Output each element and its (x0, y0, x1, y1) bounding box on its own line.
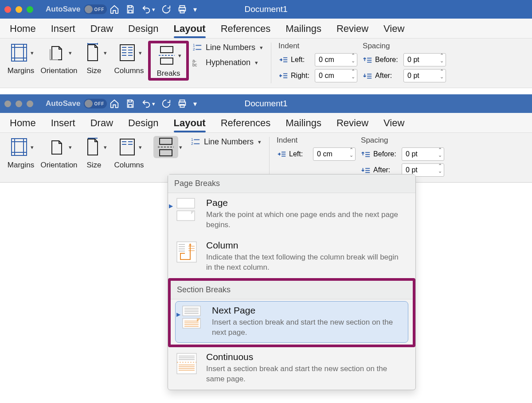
close-window-button[interactable] (4, 101, 11, 107)
svg-text:1: 1 (191, 138, 193, 142)
columns-button[interactable]: ▾ Columns (110, 135, 148, 170)
spacing-before-input[interactable]: 0 pt (402, 147, 444, 161)
svg-text:2: 2 (193, 47, 195, 51)
section-breaks-highlight: Section Breaks ▶ Next Page Insert a sect… (168, 278, 415, 347)
breaks-highlight: ▾ Breaks (148, 41, 189, 81)
tab-review[interactable]: Review (336, 23, 368, 37)
tab-design[interactable]: Design (128, 117, 158, 132)
svg-rect-56 (160, 150, 172, 156)
minimize-window-button[interactable] (16, 6, 22, 13)
indent-left-input[interactable]: 0 cm (313, 147, 356, 161)
tab-layout[interactable]: Layout (174, 117, 206, 132)
tab-references[interactable]: References (221, 117, 271, 132)
print-icon[interactable] (177, 99, 187, 108)
svg-rect-81 (183, 306, 200, 316)
break-next-page-item[interactable]: ▶ Next Page Insert a section break and s… (175, 301, 408, 343)
margins-button[interactable]: ▾ Margins (2, 41, 40, 75)
autosave-toggle[interactable]: AutoSave OFF (46, 99, 107, 108)
svg-rect-55 (160, 138, 172, 144)
spacing-group: Spacing Before: 0 pt After: 0 pt (358, 135, 447, 179)
section-breaks-header: Section Breaks (171, 281, 413, 299)
tab-view[interactable]: View (383, 23, 404, 37)
breaks-button-pressed[interactable]: ▾ (148, 135, 187, 158)
play-indicator-icon: ▶ (169, 203, 173, 209)
svg-rect-3 (12, 44, 27, 61)
indent-left-input[interactable]: 0 cm (315, 53, 357, 66)
maximize-window-button[interactable] (27, 6, 33, 13)
size-button[interactable]: ▾ Size (78, 135, 110, 170)
autosave-label: AutoSave (46, 5, 80, 14)
tab-home[interactable]: Home (10, 117, 36, 132)
margins-button[interactable]: ▾ Margins (2, 135, 40, 170)
print-icon[interactable] (177, 4, 187, 14)
customize-toolbar-icon[interactable]: ▾ (193, 100, 197, 108)
size-button[interactable]: ▾ Size (78, 41, 110, 75)
tab-layout[interactable]: Layout (174, 23, 206, 37)
indent-group: Indent Left: 0 cm (274, 135, 358, 179)
tab-mailings[interactable]: Mailings (286, 23, 321, 37)
svg-rect-91 (177, 353, 196, 374)
spacing-after-input[interactable]: 0 pt (403, 69, 446, 82)
breaks-dropdown: Page Breaks ▶ Page Mark the point at whi… (168, 174, 416, 390)
title-bar-inactive: AutoSave OFF ▾ ▾ Document1 (0, 94, 532, 113)
close-window-button[interactable] (4, 6, 11, 13)
minimize-window-button[interactable] (16, 101, 22, 107)
breaks-button[interactable]: ▾ Breaks (151, 43, 186, 78)
indent-right-input[interactable]: 0 cm (315, 69, 357, 82)
window-bottom: AutoSave OFF ▾ ▾ Document1 Home Insert D… (0, 94, 532, 400)
svg-text:1: 1 (193, 43, 195, 47)
tab-references[interactable]: References (221, 23, 271, 37)
spacing-group: Spacing Before: 0 pt After: 0 pt (360, 41, 449, 85)
redo-icon[interactable] (161, 99, 171, 108)
next-page-break-icon (180, 305, 205, 331)
traffic-lights (4, 6, 33, 13)
save-icon[interactable] (125, 4, 135, 14)
tab-mailings[interactable]: Mailings (286, 117, 321, 132)
tab-insert[interactable]: Insert (51, 23, 75, 37)
undo-icon[interactable]: ▾ (141, 99, 155, 108)
home-icon[interactable] (110, 4, 119, 14)
window-top: AutoSave OFF ▾ ▾ Document1 Home Insert D… (0, 0, 532, 88)
line-numbers-button[interactable]: 12 Line Numbers▾ (191, 137, 261, 147)
break-continuous-item[interactable]: Continuous Insert a section break and st… (168, 347, 415, 390)
break-page-item[interactable]: ▶ Page Mark the point at which one page … (168, 193, 415, 236)
tab-draw[interactable]: Draw (90, 117, 113, 132)
svg-text:2: 2 (191, 142, 193, 146)
line-numbers-button[interactable]: 12 Line Numbers▾ (192, 43, 263, 52)
home-icon[interactable] (110, 99, 119, 108)
spacing-before-label: Before: (375, 56, 401, 64)
indent-left-label: Left: (291, 56, 312, 64)
break-column-item[interactable]: Column Indicate that the text following … (168, 236, 415, 278)
tab-view[interactable]: View (383, 117, 404, 132)
maximize-window-button[interactable] (27, 101, 33, 107)
page-break-icon (174, 198, 199, 223)
ribbon-tabs: Home Insert Draw Design Layout Reference… (0, 19, 532, 39)
save-icon[interactable] (125, 99, 135, 108)
tab-review[interactable]: Review (336, 117, 368, 132)
tab-home[interactable]: Home (10, 23, 36, 37)
svg-rect-44 (12, 139, 27, 155)
orientation-button[interactable]: ▾ Orientation (40, 135, 78, 170)
ribbon-layout: ▾ Margins ▾ Orientation ▾ Size ▾ Columns… (0, 39, 532, 88)
indent-group: Indent Left: 0 cm Right: 0 cm (276, 41, 360, 85)
svg-rect-71 (177, 198, 195, 208)
title-bar: AutoSave OFF ▾ ▾ Document1 (0, 0, 532, 19)
hyphenation-button[interactable]: a-bc Hyphenation▾ (192, 58, 263, 67)
indent-right-label: Right: (291, 72, 312, 80)
columns-button[interactable]: ▾ Columns (110, 41, 148, 75)
redo-icon[interactable] (161, 4, 171, 14)
svg-rect-21 (160, 58, 173, 64)
orientation-button[interactable]: ▾ Orientation (40, 41, 78, 75)
ribbon-tabs: Home Insert Draw Design Layout Reference… (0, 113, 532, 133)
spacing-after-label: After: (375, 72, 401, 80)
play-indicator-icon: ▶ (176, 311, 180, 318)
tab-insert[interactable]: Insert (51, 117, 75, 132)
autosave-toggle[interactable]: AutoSave OFF (46, 4, 107, 14)
svg-rect-20 (160, 46, 173, 53)
column-break-icon (174, 240, 199, 266)
customize-toolbar-icon[interactable]: ▾ (193, 5, 197, 14)
spacing-before-input[interactable]: 0 pt (403, 53, 446, 66)
undo-icon[interactable]: ▾ (141, 4, 155, 14)
tab-draw[interactable]: Draw (90, 23, 113, 37)
tab-design[interactable]: Design (128, 23, 158, 37)
